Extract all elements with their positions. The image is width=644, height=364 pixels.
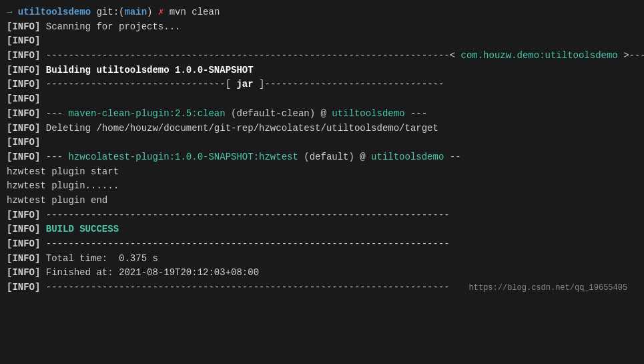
terminal-line: [INFO] ---------------------------------…: [7, 237, 637, 252]
terminal-line: [INFO] --- hzwcolatest-plugin:1.0.0-SNAP…: [7, 150, 637, 165]
terminal-line: → utiltoolsdemo git:(main) ✗ mvn clean: [7, 5, 637, 20]
terminal-line: [INFO] Finished at: 2021-08-19T20:12:03+…: [7, 266, 637, 281]
terminal-line: hzwtest plugin end: [7, 194, 637, 208]
terminal-line: [INFO] --------------------------------[…: [7, 77, 637, 92]
terminal-line: [INFO]: [7, 34, 637, 49]
terminal-line: [INFO] ---------------------------------…: [7, 281, 637, 295]
terminal-line: hzwtest plugin start: [7, 165, 637, 180]
terminal-line: hzwtest plugin......: [7, 179, 637, 194]
terminal-line: [INFO] Deleting /home/houzw/document/git…: [7, 122, 637, 136]
terminal-line: [INFO] ---------------------------------…: [7, 49, 637, 63]
terminal-line: [INFO]: [7, 136, 637, 150]
terminal-line: [INFO] Building utiltoolsdemo 1.0.0-SNAP…: [7, 63, 637, 78]
terminal-window: → utiltoolsdemo git:(main) ✗ mvn clean[I…: [0, 0, 644, 364]
terminal-line: [INFO] BUILD SUCCESS: [7, 222, 637, 237]
terminal-line: [INFO] ---------------------------------…: [7, 208, 637, 223]
terminal-line: [INFO] --- maven-clean-plugin:2.5:clean …: [7, 107, 637, 122]
terminal-line: [INFO] Scanning for projects...: [7, 20, 637, 35]
terminal-line: [INFO]: [7, 92, 637, 107]
terminal-line: [INFO] Total time: 0.375 s: [7, 252, 637, 266]
